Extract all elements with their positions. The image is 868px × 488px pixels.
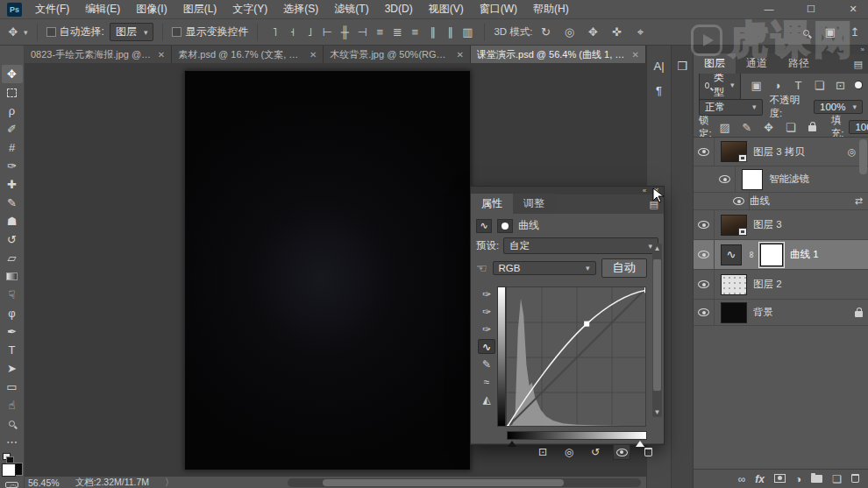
tab-图层[interactable]: 图层 <box>694 53 736 74</box>
show-transform-checkbox[interactable] <box>172 27 181 37</box>
menu-item-滤镜(T)[interactable]: 滤镜(T) <box>326 0 376 18</box>
link-layers-icon[interactable]: ∞ <box>738 473 746 485</box>
clone-stamp-tool[interactable]: ☗ <box>2 212 23 230</box>
layer-thumbnail[interactable] <box>721 141 747 162</box>
delete-layer-icon[interactable] <box>851 473 859 485</box>
auto-button[interactable]: 自动 <box>601 258 648 278</box>
quick-mask-button[interactable] <box>5 482 18 488</box>
3d-pan-icon[interactable]: ✥ <box>586 25 601 39</box>
eye-icon[interactable] <box>698 280 709 288</box>
align-vertical-center-icon[interactable]: ˧ <box>284 25 300 39</box>
zoom-level[interactable]: 56.45% <box>28 477 60 488</box>
lock-position-icon[interactable]: ✥ <box>761 121 777 134</box>
align-horizontal-center-icon[interactable]: ╫ <box>337 25 352 39</box>
color-swatches[interactable] <box>2 463 23 476</box>
properties-scrollbar-thumb[interactable] <box>653 259 661 391</box>
collapse-dock-icon[interactable]: » <box>861 46 864 53</box>
3d-roll-icon[interactable]: ◎ <box>562 25 578 39</box>
type-tool[interactable]: T <box>2 341 23 359</box>
character-panel-icon[interactable]: A| <box>650 56 669 75</box>
white-point-eyedropper-icon[interactable]: ✑ <box>478 322 495 336</box>
close-button[interactable]: ✕ <box>843 0 863 18</box>
clip-to-layer-button[interactable]: ⊡ <box>534 444 551 460</box>
curve-point[interactable] <box>506 426 509 428</box>
gradient-tool[interactable] <box>2 267 23 286</box>
document-tab-4[interactable]: 课堂演示.psd @ 56.4% (曲线 1, 图层蒙版/8) *✕ <box>471 46 646 63</box>
black-point-slider[interactable] <box>508 441 516 447</box>
layer-row-曲线[interactable]: 曲线⇄ <box>694 193 868 210</box>
dodge-tool[interactable]: φ <box>2 304 23 322</box>
filter-adjustment-layers-icon[interactable]: ◑ <box>770 79 786 92</box>
hand-tool[interactable]: ☝ <box>2 396 23 414</box>
layer-visibility-toggle[interactable] <box>694 138 715 166</box>
new-adjustment-layer-icon[interactable]: ◑ <box>795 473 801 485</box>
move-tool[interactable]: ✥ <box>2 65 23 83</box>
foreground-color-swatch[interactable] <box>2 463 16 477</box>
curve-pencil-tool[interactable]: ✎ <box>478 357 495 371</box>
close-tab-icon[interactable]: ✕ <box>158 50 165 60</box>
show-transform-option[interactable]: 显示变换控件 <box>172 25 248 39</box>
filter-blend-options[interactable]: ⇄ <box>855 195 863 207</box>
filter-smart-objects-icon[interactable]: ⊡ <box>833 79 849 92</box>
maximize-button[interactable]: ☐ <box>801 0 821 18</box>
menu-item-编辑(E)[interactable]: 编辑(E) <box>77 0 128 18</box>
layer-visibility-toggle[interactable] <box>715 166 736 192</box>
document-tab-2[interactable]: 素材.psd @ 16.7% (文案, R…✕ <box>172 46 324 63</box>
smart-filter-mask-thumbnail[interactable] <box>742 169 763 190</box>
curve-point[interactable] <box>585 322 589 326</box>
gray-point-eyedropper-icon[interactable]: ✑ <box>478 304 495 319</box>
add-layer-mask-icon[interactable] <box>774 473 786 485</box>
path-selection-tool[interactable]: ➤ <box>2 359 23 378</box>
3d-slide-icon[interactable]: ✜ <box>609 25 625 39</box>
black-point-eyedropper-icon[interactable]: ✑ <box>478 286 495 301</box>
smooth-curve-button[interactable]: ≈ <box>478 374 495 389</box>
distribute-spacing-icon[interactable]: ▥ <box>459 25 475 39</box>
layer-row-曲线 1[interactable]: ∿∞曲线 1 <box>694 240 868 270</box>
visibility-toggle-button[interactable] <box>613 444 630 460</box>
eye-icon[interactable] <box>698 221 709 229</box>
menu-item-帮助(H)[interactable]: 帮助(H) <box>525 0 577 18</box>
panel-menu-icon[interactable]: ▤ <box>854 59 863 70</box>
auto-select-option[interactable]: 自动选择: <box>46 25 104 39</box>
pen-tool[interactable]: ✒ <box>2 322 23 341</box>
lasso-tool[interactable]: ρ <box>2 102 23 120</box>
menu-item-图层(L)[interactable]: 图层(L) <box>175 0 225 18</box>
edit-toolbar[interactable]: ⋯ <box>2 433 23 451</box>
menu-item-文字(Y)[interactable]: 文字(Y) <box>224 0 275 18</box>
close-tab-icon[interactable]: ✕ <box>457 50 464 60</box>
minimize-button[interactable]: — <box>759 0 779 18</box>
white-point-slider[interactable] <box>636 441 644 447</box>
layer-row-背景[interactable]: 背景 <box>694 300 868 326</box>
zoom-tool[interactable] <box>2 414 23 433</box>
menu-item-文件(F)[interactable]: 文件(F) <box>27 0 77 18</box>
horizontal-scrollbar[interactable] <box>288 478 641 487</box>
horizontal-scrollbar-thumb[interactable] <box>323 479 564 486</box>
lock-all-icon[interactable] <box>805 121 821 134</box>
blend-mode-dropdown[interactable]: 正常 ▾ <box>699 99 763 116</box>
history-brush-tool[interactable]: ↺ <box>2 230 23 249</box>
align-left-icon[interactable]: ⊢ <box>319 25 335 39</box>
reset-button[interactable]: ↺ <box>587 444 604 460</box>
filter-type-layers-icon[interactable]: T <box>791 79 807 92</box>
collapse-panel-icon[interactable]: « <box>643 187 646 194</box>
layer-visibility-toggle[interactable] <box>694 270 715 299</box>
tab-调整[interactable]: 调整 <box>513 194 555 214</box>
layer-row-图层 2[interactable]: 图层 2 <box>694 270 868 300</box>
close-tab-icon[interactable]: ✕ <box>309 50 317 60</box>
menu-item-视图(V)[interactable]: 视图(V) <box>421 0 472 18</box>
opacity-dropdown[interactable]: 100% ▾ <box>814 100 863 114</box>
eyedropper-tool[interactable]: ✑ <box>2 157 23 175</box>
new-layer-icon[interactable]: ❏ <box>832 473 842 485</box>
workspace-icon[interactable]: ▣ <box>822 25 838 39</box>
default-colors-icon[interactable] <box>3 453 15 458</box>
lock-transparency-icon[interactable]: ▨ <box>717 121 733 134</box>
search-icon[interactable] <box>798 25 814 39</box>
properties-scrollbar[interactable]: ▲ ▼ <box>652 244 662 417</box>
distribute-left-icon[interactable]: ∥ <box>424 25 440 39</box>
menu-item-窗口(W)[interactable]: 窗口(W) <box>472 0 525 18</box>
lock-pixels-icon[interactable]: ✎ <box>739 121 755 134</box>
eye-icon[interactable] <box>698 251 709 258</box>
smudge-tool[interactable]: ☟ <box>2 286 23 304</box>
menu-item-3D(D)[interactable]: 3D(D) <box>377 0 421 18</box>
view-previous-state-button[interactable]: ◎ <box>560 444 578 460</box>
